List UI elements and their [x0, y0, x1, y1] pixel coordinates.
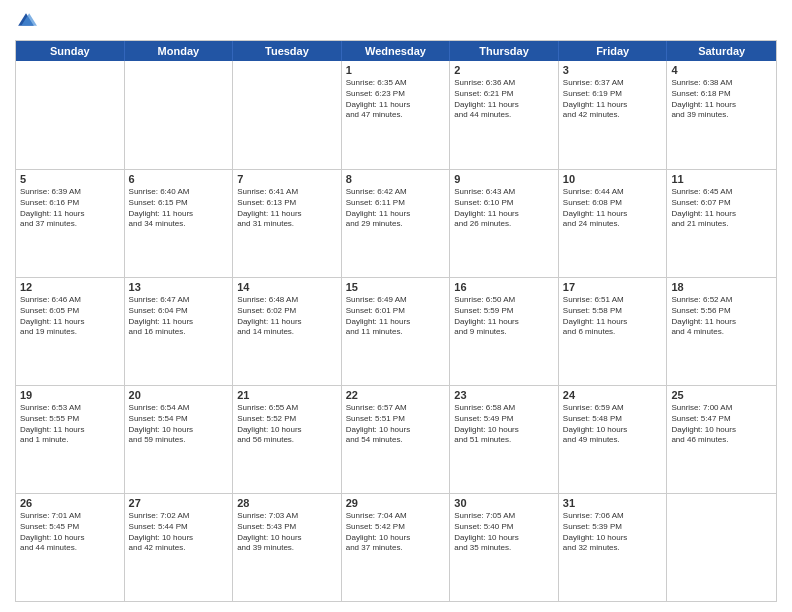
cell-info: Sunrise: 6:40 AM Sunset: 6:15 PM Dayligh… [129, 187, 229, 230]
page: SundayMondayTuesdayWednesdayThursdayFrid… [0, 0, 792, 612]
cell-info: Sunrise: 7:03 AM Sunset: 5:43 PM Dayligh… [237, 511, 337, 554]
calendar-cell [125, 61, 234, 169]
calendar-row-5: 26Sunrise: 7:01 AM Sunset: 5:45 PM Dayli… [16, 493, 776, 601]
cell-info: Sunrise: 6:50 AM Sunset: 5:59 PM Dayligh… [454, 295, 554, 338]
day-number: 31 [563, 497, 663, 509]
cell-info: Sunrise: 6:49 AM Sunset: 6:01 PM Dayligh… [346, 295, 446, 338]
day-number: 15 [346, 281, 446, 293]
day-number: 12 [20, 281, 120, 293]
cell-info: Sunrise: 6:52 AM Sunset: 5:56 PM Dayligh… [671, 295, 772, 338]
day-number: 11 [671, 173, 772, 185]
calendar-body: 1Sunrise: 6:35 AM Sunset: 6:23 PM Daylig… [16, 61, 776, 601]
day-number: 16 [454, 281, 554, 293]
calendar: SundayMondayTuesdayWednesdayThursdayFrid… [15, 40, 777, 602]
calendar-cell: 17Sunrise: 6:51 AM Sunset: 5:58 PM Dayli… [559, 278, 668, 385]
day-number: 17 [563, 281, 663, 293]
logo-icon [15, 10, 37, 32]
day-number: 20 [129, 389, 229, 401]
day-number: 18 [671, 281, 772, 293]
calendar-cell: 28Sunrise: 7:03 AM Sunset: 5:43 PM Dayli… [233, 494, 342, 601]
calendar-row-1: 1Sunrise: 6:35 AM Sunset: 6:23 PM Daylig… [16, 61, 776, 169]
day-number: 28 [237, 497, 337, 509]
calendar-cell: 23Sunrise: 6:58 AM Sunset: 5:49 PM Dayli… [450, 386, 559, 493]
calendar-cell [233, 61, 342, 169]
header-day-tuesday: Tuesday [233, 41, 342, 61]
calendar-cell: 13Sunrise: 6:47 AM Sunset: 6:04 PM Dayli… [125, 278, 234, 385]
cell-info: Sunrise: 7:06 AM Sunset: 5:39 PM Dayligh… [563, 511, 663, 554]
calendar-cell: 29Sunrise: 7:04 AM Sunset: 5:42 PM Dayli… [342, 494, 451, 601]
calendar-row-3: 12Sunrise: 6:46 AM Sunset: 6:05 PM Dayli… [16, 277, 776, 385]
calendar-cell: 24Sunrise: 6:59 AM Sunset: 5:48 PM Dayli… [559, 386, 668, 493]
calendar-cell [667, 494, 776, 601]
calendar-row-4: 19Sunrise: 6:53 AM Sunset: 5:55 PM Dayli… [16, 385, 776, 493]
cell-info: Sunrise: 6:45 AM Sunset: 6:07 PM Dayligh… [671, 187, 772, 230]
calendar-header: SundayMondayTuesdayWednesdayThursdayFrid… [16, 41, 776, 61]
day-number: 19 [20, 389, 120, 401]
calendar-cell: 31Sunrise: 7:06 AM Sunset: 5:39 PM Dayli… [559, 494, 668, 601]
day-number: 3 [563, 64, 663, 76]
cell-info: Sunrise: 6:59 AM Sunset: 5:48 PM Dayligh… [563, 403, 663, 446]
cell-info: Sunrise: 7:05 AM Sunset: 5:40 PM Dayligh… [454, 511, 554, 554]
calendar-cell: 19Sunrise: 6:53 AM Sunset: 5:55 PM Dayli… [16, 386, 125, 493]
day-number: 27 [129, 497, 229, 509]
calendar-row-2: 5Sunrise: 6:39 AM Sunset: 6:16 PM Daylig… [16, 169, 776, 277]
cell-info: Sunrise: 6:53 AM Sunset: 5:55 PM Dayligh… [20, 403, 120, 446]
cell-info: Sunrise: 6:51 AM Sunset: 5:58 PM Dayligh… [563, 295, 663, 338]
calendar-cell: 20Sunrise: 6:54 AM Sunset: 5:54 PM Dayli… [125, 386, 234, 493]
cell-info: Sunrise: 6:37 AM Sunset: 6:19 PM Dayligh… [563, 78, 663, 121]
calendar-cell: 3Sunrise: 6:37 AM Sunset: 6:19 PM Daylig… [559, 61, 668, 169]
cell-info: Sunrise: 7:00 AM Sunset: 5:47 PM Dayligh… [671, 403, 772, 446]
day-number: 7 [237, 173, 337, 185]
day-number: 21 [237, 389, 337, 401]
calendar-cell: 25Sunrise: 7:00 AM Sunset: 5:47 PM Dayli… [667, 386, 776, 493]
header-day-friday: Friday [559, 41, 668, 61]
day-number: 13 [129, 281, 229, 293]
cell-info: Sunrise: 6:57 AM Sunset: 5:51 PM Dayligh… [346, 403, 446, 446]
header-day-wednesday: Wednesday [342, 41, 451, 61]
cell-info: Sunrise: 6:46 AM Sunset: 6:05 PM Dayligh… [20, 295, 120, 338]
day-number: 6 [129, 173, 229, 185]
day-number: 29 [346, 497, 446, 509]
day-number: 5 [20, 173, 120, 185]
day-number: 2 [454, 64, 554, 76]
calendar-cell: 22Sunrise: 6:57 AM Sunset: 5:51 PM Dayli… [342, 386, 451, 493]
day-number: 23 [454, 389, 554, 401]
day-number: 25 [671, 389, 772, 401]
calendar-cell: 10Sunrise: 6:44 AM Sunset: 6:08 PM Dayli… [559, 170, 668, 277]
calendar-cell: 7Sunrise: 6:41 AM Sunset: 6:13 PM Daylig… [233, 170, 342, 277]
cell-info: Sunrise: 6:48 AM Sunset: 6:02 PM Dayligh… [237, 295, 337, 338]
calendar-cell: 15Sunrise: 6:49 AM Sunset: 6:01 PM Dayli… [342, 278, 451, 385]
calendar-cell: 30Sunrise: 7:05 AM Sunset: 5:40 PM Dayli… [450, 494, 559, 601]
calendar-cell [16, 61, 125, 169]
logo [15, 10, 41, 32]
header-day-saturday: Saturday [667, 41, 776, 61]
cell-info: Sunrise: 6:36 AM Sunset: 6:21 PM Dayligh… [454, 78, 554, 121]
calendar-cell: 12Sunrise: 6:46 AM Sunset: 6:05 PM Dayli… [16, 278, 125, 385]
calendar-cell: 2Sunrise: 6:36 AM Sunset: 6:21 PM Daylig… [450, 61, 559, 169]
cell-info: Sunrise: 6:35 AM Sunset: 6:23 PM Dayligh… [346, 78, 446, 121]
header-day-monday: Monday [125, 41, 234, 61]
cell-info: Sunrise: 6:44 AM Sunset: 6:08 PM Dayligh… [563, 187, 663, 230]
cell-info: Sunrise: 7:04 AM Sunset: 5:42 PM Dayligh… [346, 511, 446, 554]
header-day-thursday: Thursday [450, 41, 559, 61]
calendar-cell: 1Sunrise: 6:35 AM Sunset: 6:23 PM Daylig… [342, 61, 451, 169]
header [15, 10, 777, 32]
calendar-cell: 8Sunrise: 6:42 AM Sunset: 6:11 PM Daylig… [342, 170, 451, 277]
cell-info: Sunrise: 6:42 AM Sunset: 6:11 PM Dayligh… [346, 187, 446, 230]
day-number: 22 [346, 389, 446, 401]
calendar-cell: 16Sunrise: 6:50 AM Sunset: 5:59 PM Dayli… [450, 278, 559, 385]
day-number: 30 [454, 497, 554, 509]
day-number: 1 [346, 64, 446, 76]
cell-info: Sunrise: 6:47 AM Sunset: 6:04 PM Dayligh… [129, 295, 229, 338]
calendar-cell: 9Sunrise: 6:43 AM Sunset: 6:10 PM Daylig… [450, 170, 559, 277]
calendar-cell: 14Sunrise: 6:48 AM Sunset: 6:02 PM Dayli… [233, 278, 342, 385]
cell-info: Sunrise: 6:54 AM Sunset: 5:54 PM Dayligh… [129, 403, 229, 446]
day-number: 26 [20, 497, 120, 509]
day-number: 14 [237, 281, 337, 293]
calendar-cell: 26Sunrise: 7:01 AM Sunset: 5:45 PM Dayli… [16, 494, 125, 601]
header-day-sunday: Sunday [16, 41, 125, 61]
cell-info: Sunrise: 7:02 AM Sunset: 5:44 PM Dayligh… [129, 511, 229, 554]
cell-info: Sunrise: 6:58 AM Sunset: 5:49 PM Dayligh… [454, 403, 554, 446]
day-number: 24 [563, 389, 663, 401]
calendar-cell: 4Sunrise: 6:38 AM Sunset: 6:18 PM Daylig… [667, 61, 776, 169]
